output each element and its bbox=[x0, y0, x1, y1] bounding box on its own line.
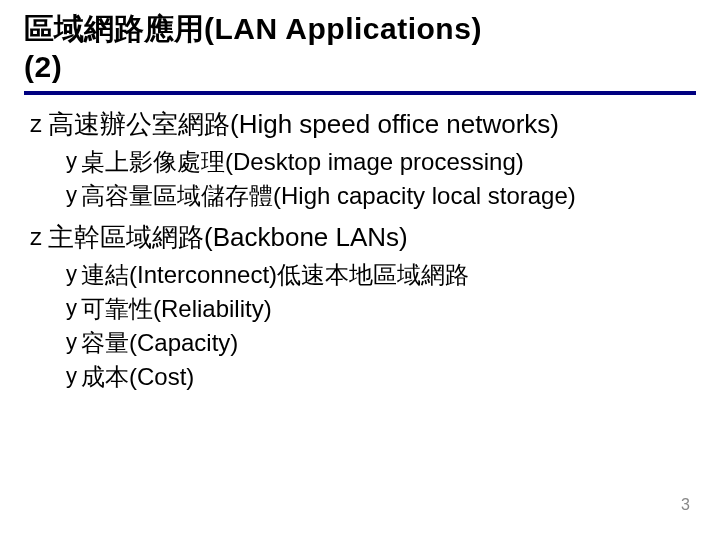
bullet-level2: y 連結(Interconnect)低速本地區域網路 bbox=[66, 259, 696, 291]
y-bullet-icon: y bbox=[66, 259, 77, 290]
level2-text: 連結(Interconnect)低速本地區域網路 bbox=[81, 259, 469, 291]
level1-text: 高速辦公室網路(High speed office networks) bbox=[48, 107, 559, 142]
y-bullet-icon: y bbox=[66, 180, 77, 211]
level1-text: 主幹區域網路(Backbone LANs) bbox=[48, 220, 408, 255]
y-bullet-icon: y bbox=[66, 361, 77, 392]
title-zh: 區域網路應用 bbox=[24, 12, 204, 45]
bullet-level2: y 成本(Cost) bbox=[66, 361, 696, 393]
bullet-level2: y 高容量區域儲存體(High capacity local storage) bbox=[66, 180, 696, 212]
level2-text: 容量(Capacity) bbox=[81, 327, 238, 359]
bullet-level2: y 可靠性(Reliability) bbox=[66, 293, 696, 325]
y-bullet-icon: y bbox=[66, 327, 77, 358]
y-bullet-icon: y bbox=[66, 293, 77, 324]
level2-text: 桌上影像處理(Desktop image processing) bbox=[81, 146, 524, 178]
level2-text: 高容量區域儲存體(High capacity local storage) bbox=[81, 180, 576, 212]
bullet-level1: z 主幹區域網路(Backbone LANs) bbox=[30, 220, 696, 255]
bullet-level1: z 高速辦公室網路(High speed office networks) bbox=[30, 107, 696, 142]
title-en: (LAN Applications) bbox=[204, 12, 482, 45]
level2-text: 可靠性(Reliability) bbox=[81, 293, 272, 325]
z-bullet-icon: z bbox=[30, 220, 42, 254]
page-number: 3 bbox=[681, 496, 690, 514]
title-underline bbox=[24, 91, 696, 95]
title-line2: (2) bbox=[24, 50, 62, 83]
bullet-level2: y 桌上影像處理(Desktop image processing) bbox=[66, 146, 696, 178]
bullet-level2: y 容量(Capacity) bbox=[66, 327, 696, 359]
slide-title: 區域網路應用(LAN Applications) (2) bbox=[24, 10, 696, 85]
level2-text: 成本(Cost) bbox=[81, 361, 194, 393]
y-bullet-icon: y bbox=[66, 146, 77, 177]
z-bullet-icon: z bbox=[30, 107, 42, 141]
